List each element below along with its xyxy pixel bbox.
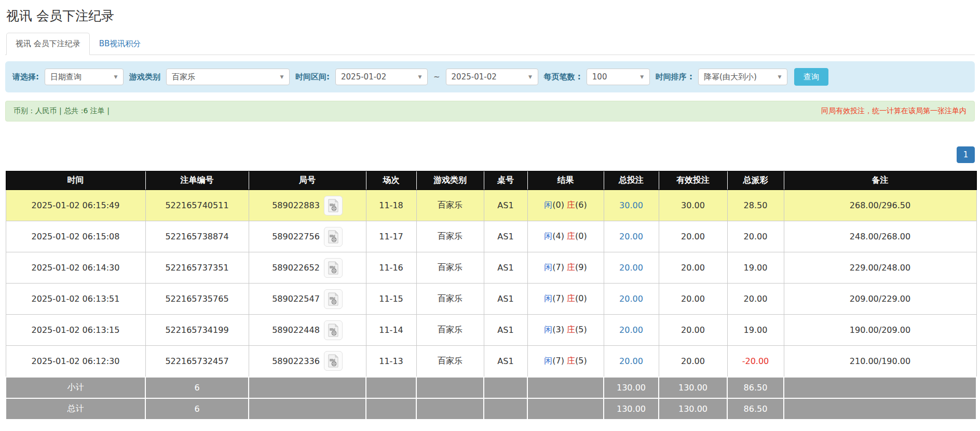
video-replay-button[interactable] — [324, 289, 343, 309]
search-button[interactable]: 查询 — [794, 68, 828, 86]
total-bet-link[interactable]: 20.00 — [619, 263, 643, 273]
table-no-cell: AS1 — [484, 190, 527, 221]
date-from-select[interactable]: 2025-01-02 ▼ — [335, 69, 428, 85]
chevron-down-icon: ▼ — [275, 74, 289, 79]
note-cell: 209.00/229.00 — [784, 284, 976, 315]
page-size-select[interactable]: 100 ▼ — [587, 69, 650, 85]
session-cell: 11-13 — [366, 346, 416, 377]
banker-result: 庄 — [567, 293, 575, 303]
footer-payout-cell: 86.50 — [727, 377, 784, 398]
total-bet-cell: 20.00 — [604, 252, 659, 284]
session-cell: 11-18 — [366, 190, 416, 221]
result-cell: 闲(7) 庄(9) — [527, 252, 604, 284]
table-no-cell: AS1 — [484, 252, 527, 284]
date-to-select[interactable]: 2025-01-02 ▼ — [446, 69, 538, 85]
chevron-down-icon: ▼ — [413, 74, 427, 79]
round-id-cell: 589022652 — [249, 252, 366, 284]
game-type-cell: 百家乐 — [416, 190, 484, 221]
col-header-5: 桌号 — [484, 171, 527, 190]
banker-result: 庄 — [567, 231, 575, 241]
pagination: 1 — [5, 146, 975, 163]
session-cell: 11-15 — [366, 284, 416, 315]
round-id-cell: 589022448 — [249, 315, 366, 346]
game-type-select[interactable]: 百家乐 ▼ — [166, 69, 290, 85]
game-type-cell: 百家乐 — [416, 221, 484, 252]
valid-bet-cell: 20.00 — [659, 221, 727, 252]
table-row: 2025-01-02 06:15:49522165740511589022883… — [6, 190, 976, 221]
bet-id-cell: 522165737351 — [145, 252, 249, 284]
table-row: 2025-01-02 06:15:08522165738874589022756… — [6, 221, 976, 252]
result-cell: 闲(3) 庄(5) — [527, 315, 604, 346]
tab-video-bet-records[interactable]: 视讯 会员下注纪录 — [6, 33, 90, 55]
bet-id-cell: 522165740511 — [145, 190, 249, 221]
session-cell: 11-17 — [366, 221, 416, 252]
bet-id-cell: 522165738874 — [145, 221, 249, 252]
date-range-separator: ~ — [433, 72, 440, 82]
chevron-down-icon: ▼ — [108, 74, 123, 79]
footer-valid-bet-cell: 130.00 — [659, 398, 727, 420]
payout-cell: 28.50 — [727, 190, 784, 221]
time-cell: 2025-01-02 06:13:51 — [6, 284, 145, 315]
col-header-6: 结果 — [527, 171, 604, 190]
page-size-label: 每页笔数 : — [544, 72, 581, 82]
video-record-icon — [328, 261, 339, 275]
tab-bb-video-points[interactable]: BB视讯积分 — [90, 33, 151, 55]
valid-bet-cell: 20.00 — [659, 346, 727, 377]
round-id-cell: 589022883 — [249, 190, 366, 221]
banker-result: 庄 — [567, 325, 575, 334]
table-body: 2025-01-02 06:15:49522165740511589022883… — [6, 190, 976, 377]
footer-count-cell: 6 — [145, 377, 249, 398]
footer-valid-bet-cell: 130.00 — [659, 377, 727, 398]
tab-bar: 视讯 会员下注纪录 BB视讯积分 — [5, 33, 975, 55]
round-id: 589022448 — [272, 325, 320, 335]
footer-label-cell: 小计 — [6, 377, 145, 398]
col-header-9: 总派彩 — [727, 171, 784, 190]
video-replay-button[interactable] — [324, 227, 343, 247]
valid-bet-cell: 20.00 — [659, 284, 727, 315]
video-replay-button[interactable] — [324, 196, 343, 216]
banker-result: 庄 — [567, 200, 575, 210]
query-type-select[interactable]: 日期查询 ▼ — [45, 69, 124, 85]
time-cell: 2025-01-02 06:12:30 — [6, 346, 145, 377]
footer-label-cell: 总计 — [6, 398, 145, 420]
time-cell: 2025-01-02 06:15:49 — [6, 190, 145, 221]
total-bet-cell: 20.00 — [604, 221, 659, 252]
time-range-label: 时间区间: — [295, 72, 330, 82]
round-id-cell: 589022756 — [249, 221, 366, 252]
video-record-icon — [328, 230, 339, 244]
video-replay-button[interactable] — [324, 320, 343, 340]
bet-id-cell: 522165734199 — [145, 315, 249, 346]
total-bet-link[interactable]: 30.00 — [619, 200, 643, 210]
table-row: 2025-01-02 06:14:30522165737351589022652… — [6, 252, 976, 284]
session-cell: 11-16 — [366, 252, 416, 284]
round-id-cell: 589022547 — [249, 284, 366, 315]
chevron-down-icon: ▼ — [523, 74, 538, 79]
bet-id-cell: 522165735765 — [145, 284, 249, 315]
session-cell: 11-14 — [366, 315, 416, 346]
video-record-icon — [328, 354, 339, 368]
time-cell: 2025-01-02 06:15:08 — [6, 221, 145, 252]
game-type-cell: 百家乐 — [416, 252, 484, 284]
page-1-button[interactable]: 1 — [957, 146, 975, 163]
player-result: 闲 — [544, 325, 552, 334]
payout-cell: 20.00 — [727, 284, 784, 315]
total-bet-cell: 20.00 — [604, 284, 659, 315]
total-bet-link[interactable]: 20.00 — [619, 325, 643, 335]
table-no-cell: AS1 — [484, 284, 527, 315]
round-id: 589022883 — [272, 200, 320, 210]
player-result: 闲 — [544, 293, 552, 303]
total-bet-link[interactable]: 20.00 — [619, 356, 643, 366]
table-footer: 小计6130.00130.0086.50总计6130.00130.0086.50 — [6, 377, 976, 420]
chevron-down-icon: ▼ — [635, 74, 649, 79]
result-cell: 闲(4) 庄(0) — [527, 221, 604, 252]
time-sort-select[interactable]: 降幂(由大到小) ▼ — [698, 69, 787, 85]
player-result: 闲 — [544, 200, 552, 210]
total-bet-link[interactable]: 20.00 — [619, 232, 643, 241]
video-replay-button[interactable] — [324, 258, 343, 278]
total-bet-link[interactable]: 20.00 — [619, 294, 643, 304]
query-type-label: 请选择: — [12, 72, 39, 82]
video-replay-button[interactable] — [324, 351, 343, 371]
filter-bar: 请选择: 日期查询 ▼ 游戏类别 百家乐 ▼ 时间区间: 2025-01-02 … — [5, 61, 975, 92]
note-cell: 210.00/190.00 — [784, 346, 976, 377]
table-footer-row: 小计6130.00130.0086.50 — [6, 377, 976, 398]
